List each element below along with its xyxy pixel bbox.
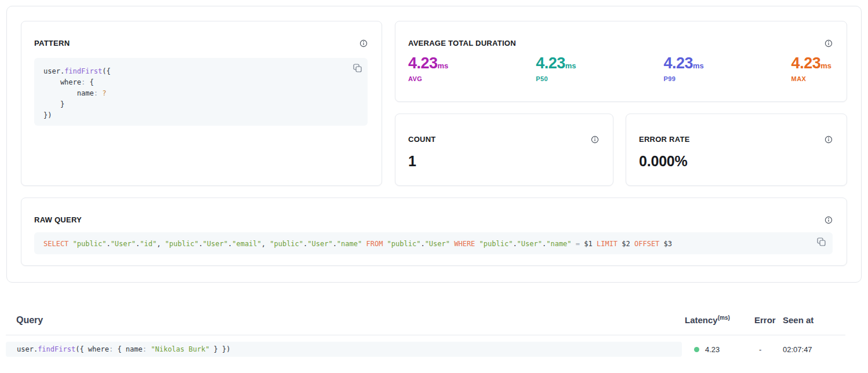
pattern-info-button[interactable] xyxy=(359,39,368,47)
error-rate-card: ERROR RATE 0.000% xyxy=(626,114,847,186)
seen-at-cell: 02:07:47 xyxy=(782,345,845,354)
error-rate-title: ERROR RATE xyxy=(639,135,690,144)
count-card-header: COUNT xyxy=(408,135,599,144)
count-card: COUNT 1 xyxy=(395,114,613,186)
duration-card-header: AVERAGE TOTAL DURATION xyxy=(408,39,833,47)
duration-title: AVERAGE TOTAL DURATION xyxy=(408,39,516,47)
latency-status-dot xyxy=(694,347,699,352)
column-header-latency: Latency(ms) xyxy=(685,315,754,325)
pattern-code-block: user.findFirst({ where: { name: ? }}) xyxy=(34,58,368,126)
stat-p50-value: 4.23ms xyxy=(536,56,576,71)
stat-p99: 4.23ms P99 xyxy=(663,56,703,82)
copy-icon xyxy=(353,64,362,72)
latency-cell: 4.23 xyxy=(685,345,754,354)
info-icon xyxy=(359,39,368,47)
stat-p99-value: 4.23ms xyxy=(663,56,703,71)
latency-unit-superscript: (ms) xyxy=(718,315,730,321)
raw-query-info-button[interactable] xyxy=(825,216,833,224)
latency-value: 4.23 xyxy=(705,345,720,354)
table-row[interactable]: user.findFirst({ where: { name: "Nikolas… xyxy=(6,342,845,357)
raw-query-card: RAW QUERY SELECT "public"."User"."id", "… xyxy=(21,198,847,266)
duration-info-button[interactable] xyxy=(825,39,833,47)
stat-p50-number: 4.23 xyxy=(536,54,565,72)
info-icon xyxy=(825,39,833,47)
table-header-row: Query Latency(ms) Error Seen at xyxy=(6,283,845,335)
query-cell: user.findFirst({ where: { name: "Nikolas… xyxy=(6,342,682,357)
stat-p99-number: 4.23 xyxy=(663,54,693,72)
average-total-duration-card: AVERAGE TOTAL DURATION 4.23ms AVG xyxy=(395,21,847,102)
column-header-query: Query xyxy=(6,315,685,326)
error-rate-info-button[interactable] xyxy=(825,136,833,144)
pattern-copy-button[interactable] xyxy=(353,64,362,72)
info-icon xyxy=(591,136,599,144)
stat-p50: 4.23ms P50 xyxy=(536,56,576,82)
pattern-card-header: PATTERN xyxy=(34,39,368,47)
query-table: Query Latency(ms) Error Seen at user.fin… xyxy=(6,283,845,357)
count-value: 1 xyxy=(408,153,599,170)
count-title: COUNT xyxy=(408,135,436,144)
error-rate-card-header: ERROR RATE xyxy=(639,135,833,144)
pattern-title: PATTERN xyxy=(34,39,70,47)
info-icon xyxy=(825,136,833,144)
stat-max: 4.23ms MAX xyxy=(791,56,831,82)
raw-query-title: RAW QUERY xyxy=(34,215,82,224)
error-cell: - xyxy=(754,345,782,354)
insights-panel: PATTERN user.findFirst({ where: xyxy=(6,6,862,283)
stat-avg-unit: ms xyxy=(438,61,449,70)
raw-query-card-header: RAW QUERY xyxy=(34,215,833,224)
copy-icon xyxy=(817,237,826,246)
count-error-row: COUNT 1 ERROR RATE xyxy=(395,114,847,186)
error-rate-value: 0.000% xyxy=(639,153,833,170)
column-header-error: Error xyxy=(754,315,782,325)
stat-max-unit: ms xyxy=(820,61,831,70)
top-cards-area: PATTERN user.findFirst({ where: xyxy=(21,21,847,186)
stat-avg: 4.23ms AVG xyxy=(408,56,448,82)
stat-p50-unit: ms xyxy=(565,61,576,70)
metrics-column: AVERAGE TOTAL DURATION 4.23ms AVG xyxy=(395,21,847,186)
stat-p99-label: P99 xyxy=(663,75,703,82)
stat-p99-unit: ms xyxy=(693,61,704,70)
stat-max-value: 4.23ms xyxy=(791,56,831,71)
pattern-card: PATTERN user.findFirst({ where: xyxy=(21,21,382,186)
count-info-button[interactable] xyxy=(591,136,599,144)
table-header-divider xyxy=(6,335,845,335)
column-header-seen-at: Seen at xyxy=(782,315,845,325)
stat-avg-value: 4.23ms xyxy=(408,56,448,71)
query-code: user.findFirst({ where: { name: "Nikolas… xyxy=(6,342,682,357)
stat-max-number: 4.23 xyxy=(791,54,821,72)
raw-query-copy-button[interactable] xyxy=(817,237,826,246)
stat-avg-number: 4.23 xyxy=(408,54,438,72)
stat-avg-label: AVG xyxy=(408,75,448,82)
raw-query-code-block: SELECT "public"."User"."id", "public"."U… xyxy=(34,232,833,254)
stat-max-label: MAX xyxy=(791,75,831,82)
latency-header-text: Latency xyxy=(685,315,718,325)
stat-p50-label: P50 xyxy=(536,75,576,82)
duration-stats-row: 4.23ms AVG 4.23ms P50 4.23ms P99 4.23ms … xyxy=(408,56,833,82)
info-icon xyxy=(825,216,833,224)
